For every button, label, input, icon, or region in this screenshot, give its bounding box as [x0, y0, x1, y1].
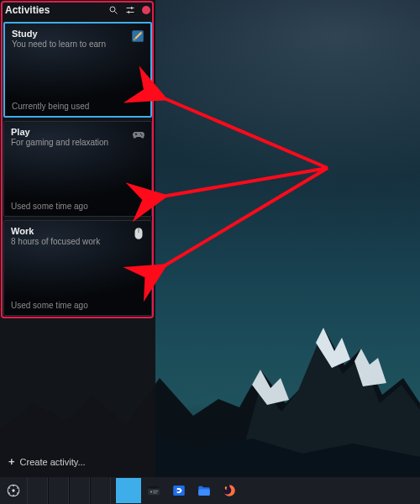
- activity-status: Used some time ago: [11, 301, 88, 310]
- close-icon[interactable]: [142, 6, 150, 14]
- svg-point-7: [140, 134, 142, 135]
- activity-title: Work: [11, 226, 144, 236]
- activity-subtitle: For gaming and relaxation: [11, 138, 144, 147]
- task-manager: [116, 477, 242, 504]
- svg-point-15: [13, 486, 14, 487]
- svg-point-17: [17, 492, 18, 494]
- activity-subtitle: 8 hours of focused work: [11, 237, 144, 246]
- task-file-manager[interactable]: [192, 478, 217, 503]
- svg-rect-23: [148, 486, 160, 489]
- svg-rect-28: [198, 490, 210, 496]
- svg-point-24: [150, 491, 152, 493]
- plus-icon: +: [8, 456, 15, 467]
- svg-line-1: [115, 12, 118, 14]
- activities-title: Activities: [5, 4, 108, 16]
- pager-desktop-2[interactable]: [48, 477, 69, 504]
- svg-rect-6: [135, 133, 136, 135]
- pencil-note-icon: [130, 29, 145, 44]
- activity-title: Play: [11, 127, 144, 137]
- pager-desktop-4[interactable]: [90, 477, 111, 504]
- virtual-desktop-pager: [27, 477, 111, 504]
- activity-subtitle: You need to learn to earn: [12, 39, 144, 49]
- activity-card-study[interactable]: Study You need to learn to earn Currentl…: [3, 22, 152, 118]
- svg-point-8: [141, 134, 143, 136]
- taskbar: [0, 477, 420, 504]
- task-discover-store[interactable]: [166, 478, 192, 503]
- mouse-icon: [131, 226, 146, 241]
- settings-sliders-icon[interactable]: [125, 5, 135, 15]
- search-icon[interactable]: [108, 5, 118, 15]
- activity-title: Study: [12, 29, 144, 39]
- svg-point-0: [110, 7, 115, 12]
- activities-panel: Activities Study You need to learn to ea…: [0, 0, 155, 477]
- svg-point-18: [13, 495, 14, 496]
- activities-list: Study You need to learn to earn Currentl…: [0, 20, 155, 323]
- activity-card-work[interactable]: Work 8 hours of focused work Used some t…: [3, 220, 152, 316]
- create-activity-button[interactable]: + Create activity...: [0, 448, 155, 477]
- svg-point-20: [8, 487, 10, 489]
- svg-point-19: [8, 492, 10, 494]
- activity-card-play[interactable]: Play For gaming and relaxation Used some…: [3, 121, 152, 217]
- activity-status: Used some time ago: [11, 202, 88, 211]
- svg-rect-26: [153, 492, 157, 493]
- activity-status: Currently being used: [12, 102, 89, 111]
- gamepad-icon: [131, 127, 146, 142]
- create-activity-label: Create activity...: [20, 457, 86, 467]
- svg-point-16: [17, 487, 18, 489]
- pager-desktop-1[interactable]: [27, 477, 48, 504]
- activities-header: Activities: [0, 0, 155, 20]
- svg-point-14: [12, 489, 14, 491]
- task-firefox[interactable]: [217, 478, 242, 503]
- svg-rect-25: [153, 491, 158, 491]
- pager-desktop-3[interactable]: [69, 477, 90, 504]
- task-activities-switcher[interactable]: [116, 478, 141, 503]
- task-system-settings[interactable]: [141, 478, 166, 503]
- application-launcher[interactable]: [0, 477, 27, 504]
